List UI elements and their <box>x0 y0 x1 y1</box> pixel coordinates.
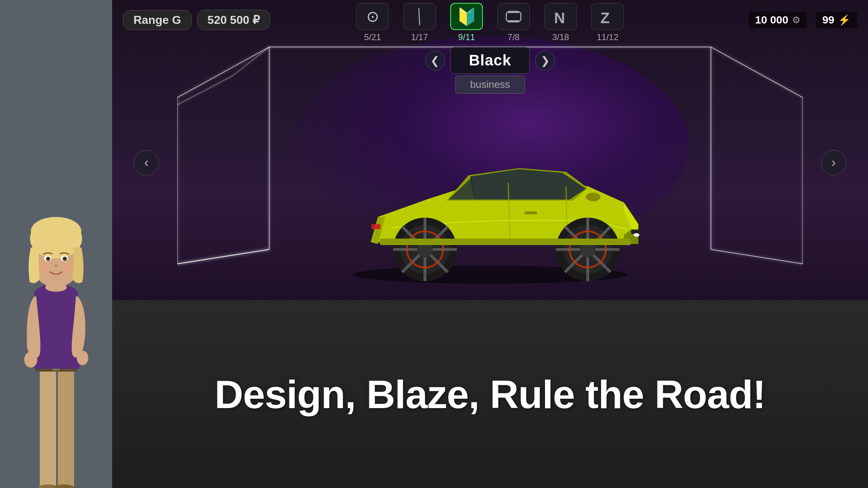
svg-text:N: N <box>554 9 565 26</box>
price-badge: 520 500 ₽ <box>197 10 271 30</box>
stripe-icon: ╱ <box>413 9 426 24</box>
svg-rect-25 <box>506 12 521 21</box>
color-next-button[interactable]: ❯ <box>535 51 555 70</box>
wheel-icon: ⊙ <box>366 9 379 24</box>
category-body[interactable]: 🔰 9/11 <box>450 3 483 42</box>
svg-point-22 <box>64 264 74 271</box>
svg-point-18 <box>48 258 49 259</box>
svg-line-36 <box>711 249 803 264</box>
body-icon-wrap: 🔰 <box>450 3 483 30</box>
character-illustration <box>7 192 105 488</box>
other-count: 11/12 <box>597 32 618 42</box>
left-arrow-icon: ‹ <box>144 155 149 170</box>
svg-point-68 <box>586 193 600 201</box>
svg-point-8 <box>24 352 37 368</box>
wheel-icon-wrap: ⊙ <box>356 3 389 30</box>
coins-icon: ⚙ <box>792 14 800 26</box>
svg-point-21 <box>38 264 48 271</box>
body-icon: 🔰 <box>456 8 477 25</box>
svg-point-19 <box>64 258 66 259</box>
category-nitro[interactable]: N 3/18 <box>544 3 577 42</box>
other-icon-wrap: Z <box>591 3 624 30</box>
category-other[interactable]: Z 11/12 <box>591 3 624 42</box>
svg-text:Z: Z <box>600 9 610 26</box>
car-name-badge: Range G <box>123 10 192 30</box>
svg-line-35 <box>177 249 269 264</box>
svg-line-31 <box>177 47 269 98</box>
other-icon: Z <box>598 7 617 26</box>
car-svg <box>327 105 653 286</box>
right-arrow-icon: › <box>831 155 836 170</box>
svg-rect-67 <box>380 239 631 245</box>
svg-line-32 <box>711 47 803 98</box>
gems-icon: ⚡ <box>838 14 851 26</box>
color-type-display: business <box>455 76 525 94</box>
stripe-icon-wrap: ╱ <box>403 3 436 30</box>
svg-rect-47 <box>371 224 380 229</box>
svg-line-40 <box>233 47 269 76</box>
svg-line-41 <box>177 76 233 105</box>
svg-rect-26 <box>508 11 519 13</box>
color-name-row: ❮ Black ❯ <box>425 47 555 74</box>
svg-point-13 <box>31 217 81 246</box>
body-count: 9/11 <box>458 32 475 42</box>
currency-area: 10 000 ⚙ 99 ⚡ <box>749 12 857 28</box>
tagline-text: Design, Blaze, Rule the Road! <box>214 371 765 417</box>
svg-point-46 <box>634 233 639 237</box>
categories-bar: ⊙ 5/21 ╱ 1/17 🔰 9/11 <box>356 3 624 42</box>
coins-display: 10 000 ⚙ <box>749 12 807 28</box>
nitro-count: 3/18 <box>552 32 569 42</box>
game-area: Range G 520 500 ₽ ⊙ 5/21 ╱ 1/17 <box>112 0 868 488</box>
car-info: Range G 520 500 ₽ <box>123 10 270 30</box>
prev-car-button[interactable]: ‹ <box>134 150 159 175</box>
category-wheel[interactable]: ⊙ 5/21 <box>356 3 389 42</box>
color-prev-button[interactable]: ❮ <box>425 51 445 70</box>
next-car-button[interactable]: › <box>821 150 846 175</box>
car-display <box>327 105 653 286</box>
gems-value: 99 <box>822 14 834 26</box>
gems-display: 99 ⚡ <box>816 12 857 28</box>
wheel-count: 5/21 <box>364 32 381 42</box>
coins-value: 10 000 <box>755 14 788 26</box>
svg-line-37 <box>177 249 269 264</box>
wrap-icon-wrap <box>497 3 530 30</box>
nitro-icon-wrap: N <box>544 3 577 30</box>
top-bar: Range G 520 500 ₽ ⊙ 5/21 ╱ 1/17 <box>112 0 868 40</box>
wrap-count: 7/8 <box>507 32 519 42</box>
svg-point-20 <box>54 264 58 267</box>
color-selector: ❮ Black ❯ business <box>425 47 555 94</box>
svg-rect-2 <box>58 369 74 488</box>
stripe-count: 1/17 <box>411 32 428 42</box>
svg-rect-1 <box>40 369 56 488</box>
color-name-display: Black <box>450 47 529 74</box>
category-stripe[interactable]: ╱ 1/17 <box>403 3 436 42</box>
character-panel <box>0 0 112 488</box>
svg-rect-45 <box>631 230 639 234</box>
wrap-icon <box>504 7 523 26</box>
svg-point-9 <box>77 351 88 365</box>
svg-rect-27 <box>508 20 519 22</box>
category-wrap[interactable]: 7/8 <box>497 3 530 42</box>
bottom-section: Design, Blaze, Rule the Road! <box>112 300 868 488</box>
svg-rect-48 <box>524 211 537 214</box>
nitro-icon: N <box>551 7 570 26</box>
showroom: ❮ Black ❯ business <box>130 40 850 286</box>
